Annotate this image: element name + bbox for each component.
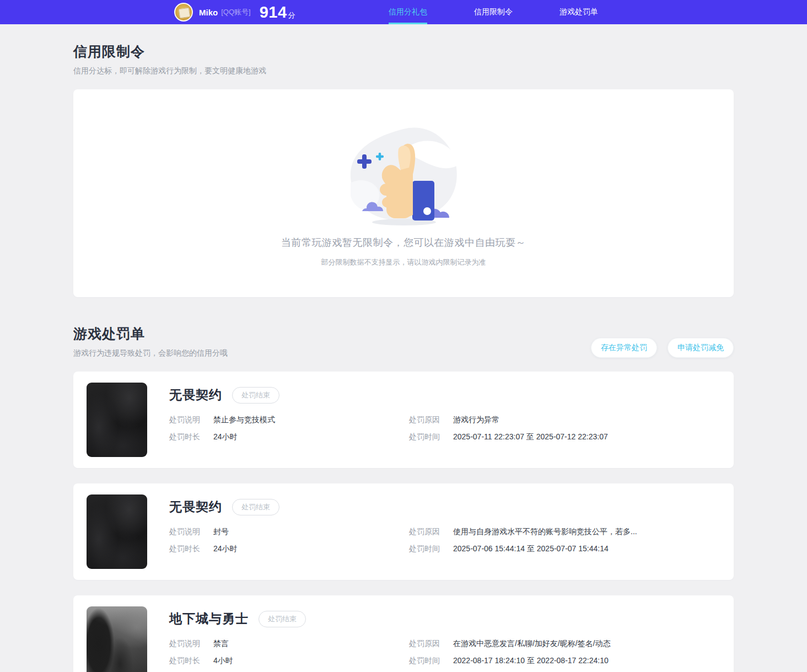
abnormal-punishment-button[interactable]: 存在异常处罚	[591, 338, 657, 358]
duration-value: 4小时	[213, 656, 233, 666]
restriction-section-title: 信用限制令	[73, 42, 734, 61]
reason-label: 处罚原因	[409, 639, 441, 649]
game-thumbnail	[87, 494, 147, 569]
duration-label: 处罚时长	[169, 544, 201, 554]
game-thumbnail	[87, 606, 147, 672]
punishment-card: 地下城与勇士 处罚结束 处罚说明禁言 处罚原因在游戏中恶意发言/私聊/加好友/昵…	[73, 595, 734, 672]
credit-score-unit: 分	[288, 11, 296, 19]
empty-state-note: 部分限制数据不支持显示，请以游戏内限制记录为准	[321, 257, 486, 267]
status-badge: 处罚结束	[232, 387, 279, 404]
tab-credit-restriction[interactable]: 信用限制令	[466, 0, 521, 24]
tab-credit-gift[interactable]: 信用分礼包	[380, 0, 435, 24]
time-label: 处罚时间	[409, 656, 441, 666]
reason-value: 使用与自身游戏水平不符的账号影响竞技公平，若多...	[453, 527, 637, 537]
reason-value: 在游戏中恶意发言/私聊/加好友/昵称/签名/动态	[453, 639, 610, 649]
game-title: 无畏契约	[169, 498, 222, 515]
punishment-section-title: 游戏处罚单	[73, 325, 228, 343]
account-type-label: [QQ账号]	[221, 7, 250, 17]
punishment-card: 无畏契约 处罚结束 处罚说明封号 处罚原因使用与自身游戏水平不符的账号影响竞技公…	[73, 483, 734, 580]
desc-label: 处罚说明	[169, 639, 201, 649]
active-tab-underline	[389, 23, 427, 24]
punishment-info-grid: 处罚说明禁止参与竞技模式 处罚原因游戏行为异常 处罚时长24小时 处罚时间202…	[169, 415, 720, 442]
desc-label: 处罚说明	[169, 527, 201, 537]
punishment-info-grid: 处罚说明封号 处罚原因使用与自身游戏水平不符的账号影响竞技公平，若多... 处罚…	[169, 527, 720, 554]
user-avatar	[174, 3, 193, 21]
punishment-section: 游戏处罚单 游戏行为违规导致处罚，会影响您的信用分哦 存在异常处罚 申请处罚减免…	[73, 325, 734, 672]
punishment-card: 无畏契约 处罚结束 处罚说明禁止参与竞技模式 处罚原因游戏行为异常 处罚时长24…	[73, 372, 734, 468]
desc-label: 处罚说明	[169, 415, 201, 425]
desc-value: 禁止参与竞技模式	[213, 415, 275, 425]
time-value: 2022-08-17 18:24:10 至 2022-08-17 22:24:1…	[453, 656, 609, 666]
reason-value: 游戏行为异常	[453, 415, 499, 425]
duration-value: 24小时	[213, 432, 238, 442]
top-header: Miko [QQ账号] 914分 信用分礼包 信用限制令 游戏处罚单	[0, 0, 807, 24]
tab-label: 游戏处罚单	[559, 7, 598, 17]
restriction-empty-card: 当前常玩游戏暂无限制令，您可以在游戏中自由玩耍～ 部分限制数据不支持显示，请以游…	[73, 89, 734, 297]
user-name: Miko	[199, 8, 218, 17]
reason-label: 处罚原因	[409, 527, 441, 537]
duration-label: 处罚时长	[169, 432, 201, 442]
game-title: 地下城与勇士	[169, 610, 249, 627]
time-value: 2025-07-06 15:44:14 至 2025-07-07 15:44:1…	[453, 544, 609, 554]
punishment-actions: 存在异常处罚 申请处罚减免	[591, 338, 734, 358]
punishment-card-list: 无畏契约 处罚结束 处罚说明禁止参与竞技模式 处罚原因游戏行为异常 处罚时长24…	[73, 372, 734, 672]
restriction-section-subtitle: 信用分达标，即可解除游戏行为限制，要文明健康地游戏	[73, 66, 734, 76]
time-value: 2025-07-11 22:23:07 至 2025-07-12 22:23:0…	[453, 432, 608, 442]
apply-reduction-button[interactable]: 申请处罚减免	[668, 338, 734, 358]
tab-game-punishment[interactable]: 游戏处罚单	[551, 0, 606, 24]
header-nav: 信用分礼包 信用限制令 游戏处罚单	[380, 0, 606, 24]
thumbs-up-illustration	[343, 121, 464, 227]
restriction-section: 信用限制令 信用分达标，即可解除游戏行为限制，要文明健康地游戏	[73, 24, 734, 297]
desc-value: 封号	[213, 527, 229, 537]
game-title: 无畏契约	[169, 386, 222, 404]
duration-value: 24小时	[213, 544, 238, 554]
punishment-card-body: 无畏契约 处罚结束 处罚说明封号 处罚原因使用与自身游戏水平不符的账号影响竞技公…	[169, 494, 720, 569]
time-label: 处罚时间	[409, 544, 441, 554]
desc-value: 禁言	[213, 639, 229, 649]
punishment-card-body: 无畏契约 处罚结束 处罚说明禁止参与竞技模式 处罚原因游戏行为异常 处罚时长24…	[169, 383, 720, 457]
tab-label: 信用限制令	[474, 7, 513, 17]
credit-score: 914分	[260, 3, 295, 21]
duration-label: 处罚时长	[169, 656, 201, 666]
punishment-section-subtitle: 游戏行为违规导致处罚，会影响您的信用分哦	[73, 348, 228, 358]
empty-state-message: 当前常玩游戏暂无限制令，您可以在游戏中自由玩耍～	[281, 236, 526, 249]
tab-label: 信用分礼包	[389, 7, 427, 17]
status-badge: 处罚结束	[259, 611, 306, 627]
reason-label: 处罚原因	[409, 415, 441, 425]
status-badge: 处罚结束	[232, 499, 279, 515]
user-cluster: Miko [QQ账号] 914分	[174, 0, 295, 24]
punishment-info-grid: 处罚说明禁言 处罚原因在游戏中恶意发言/私聊/加好友/昵称/签名/动态 处罚时长…	[169, 639, 720, 666]
punishment-card-body: 地下城与勇士 处罚结束 处罚说明禁言 处罚原因在游戏中恶意发言/私聊/加好友/昵…	[169, 606, 720, 672]
game-thumbnail	[87, 383, 147, 457]
punishment-section-header: 游戏处罚单 游戏行为违规导致处罚，会影响您的信用分哦 存在异常处罚 申请处罚减免	[73, 325, 734, 358]
time-label: 处罚时间	[409, 432, 441, 442]
